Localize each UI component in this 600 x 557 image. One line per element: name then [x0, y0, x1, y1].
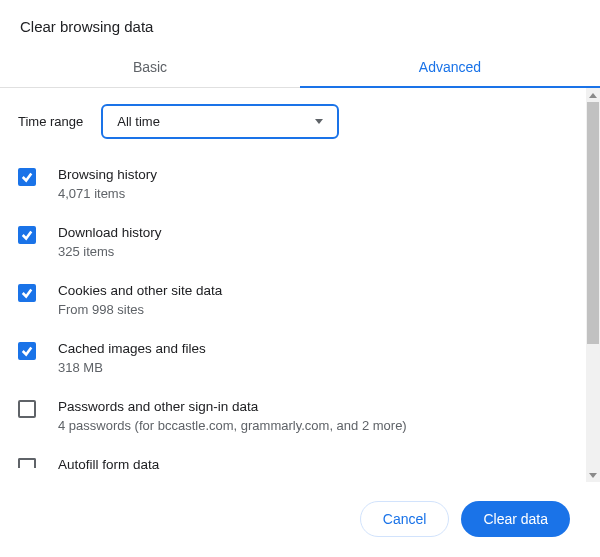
- scrollbar[interactable]: [586, 88, 600, 482]
- time-range-row: Time range All time: [18, 104, 566, 139]
- option-label: Passwords and other sign-in data: [58, 399, 407, 414]
- option-passwords[interactable]: Passwords and other sign-in data 4 passw…: [18, 399, 566, 433]
- scroll-down-icon[interactable]: [586, 468, 600, 482]
- option-label: Browsing history: [58, 167, 157, 182]
- check-icon: [21, 229, 33, 241]
- option-text: Download history 325 items: [58, 225, 162, 259]
- option-cookies[interactable]: Cookies and other site data From 998 sit…: [18, 283, 566, 317]
- chevron-down-icon: [315, 119, 323, 124]
- time-range-label: Time range: [18, 114, 83, 129]
- option-label: Autofill form data: [58, 457, 159, 472]
- tab-advanced[interactable]: Advanced: [300, 49, 600, 87]
- check-icon: [21, 345, 33, 357]
- option-browsing-history[interactable]: Browsing history 4,071 items: [18, 167, 566, 201]
- cancel-button[interactable]: Cancel: [360, 501, 450, 537]
- checkbox-download-history[interactable]: [18, 226, 36, 244]
- checkbox-cookies[interactable]: [18, 284, 36, 302]
- check-icon: [21, 287, 33, 299]
- checkbox-passwords[interactable]: [18, 400, 36, 418]
- option-sub: 325 items: [58, 244, 162, 259]
- tabs: Basic Advanced: [0, 49, 600, 88]
- option-sub: 318 MB: [58, 360, 206, 375]
- option-text: Passwords and other sign-in data 4 passw…: [58, 399, 407, 433]
- dialog-footer: Cancel Clear data: [0, 482, 600, 557]
- tab-label: Basic: [133, 59, 167, 75]
- tab-label: Advanced: [419, 59, 481, 75]
- check-icon: [21, 171, 33, 183]
- dialog-title: Clear browsing data: [0, 0, 600, 49]
- scroll-thumb[interactable]: [587, 102, 599, 344]
- option-text: Autofill form data: [58, 457, 159, 475]
- scroll-area: Time range All time Browsing history 4,0…: [0, 88, 600, 482]
- content: Time range All time Browsing history 4,0…: [0, 88, 586, 482]
- time-range-value: All time: [117, 114, 160, 129]
- option-label: Download history: [58, 225, 162, 240]
- option-text: Browsing history 4,071 items: [58, 167, 157, 201]
- option-download-history[interactable]: Download history 325 items: [18, 225, 566, 259]
- scroll-track[interactable]: [586, 102, 600, 468]
- checkbox-autofill[interactable]: [18, 458, 36, 468]
- time-range-select[interactable]: All time: [101, 104, 339, 139]
- clear-data-button[interactable]: Clear data: [461, 501, 570, 537]
- option-text: Cookies and other site data From 998 sit…: [58, 283, 222, 317]
- option-cached[interactable]: Cached images and files 318 MB: [18, 341, 566, 375]
- option-text: Cached images and files 318 MB: [58, 341, 206, 375]
- option-sub: From 998 sites: [58, 302, 222, 317]
- option-autofill[interactable]: Autofill form data: [18, 457, 566, 475]
- clear-browsing-data-dialog: Clear browsing data Basic Advanced Time …: [0, 0, 600, 557]
- checkbox-cached[interactable]: [18, 342, 36, 360]
- scroll-up-icon[interactable]: [586, 88, 600, 102]
- option-label: Cookies and other site data: [58, 283, 222, 298]
- checkbox-browsing-history[interactable]: [18, 168, 36, 186]
- option-sub: 4 passwords (for bccastle.com, grammarly…: [58, 418, 407, 433]
- option-label: Cached images and files: [58, 341, 206, 356]
- tab-basic[interactable]: Basic: [0, 49, 300, 87]
- option-sub: 4,071 items: [58, 186, 157, 201]
